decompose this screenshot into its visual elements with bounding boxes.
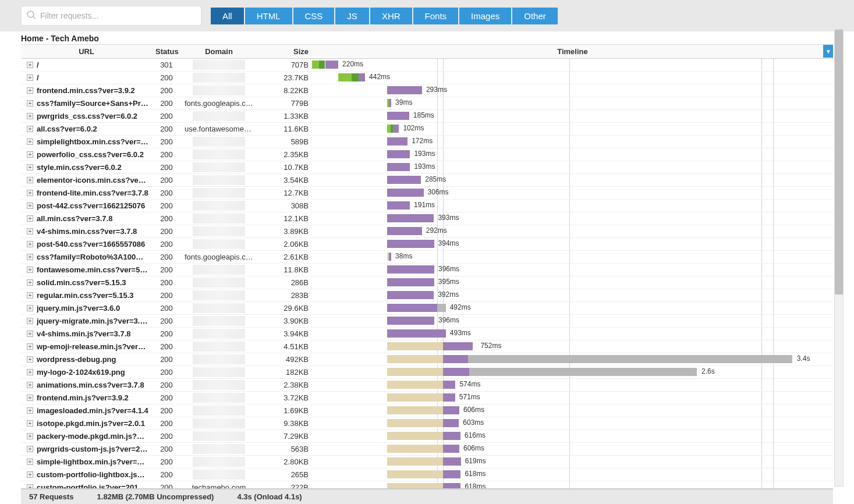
expand-icon[interactable]: + <box>27 382 33 388</box>
table-row[interactable]: +imagesloaded.min.js?ver=4.1.42001.69KB6… <box>21 404 833 417</box>
table-row[interactable]: +my-logo-2-1024x619.png200182KB2.6s <box>21 366 833 379</box>
timing-bar <box>469 368 697 376</box>
table-row[interactable]: +post-442.css?ver=1662125076200308B191ms <box>21 200 833 212</box>
table-row[interactable]: +v4-shims.min.css?ver=3.7.82003.89KB292m… <box>21 225 833 238</box>
expand-icon[interactable]: + <box>27 241 33 247</box>
expand-icon[interactable]: + <box>27 164 33 171</box>
expand-icon[interactable]: + <box>27 100 33 107</box>
url-text: style.min.css?ver=6.0.2 <box>37 163 122 172</box>
table-row[interactable]: +custom-portfolio-lightbox.js?ver…200265… <box>21 468 833 481</box>
table-row[interactable]: +elementor-icons.min.css?ver=5.…2003.54K… <box>21 174 833 187</box>
table-row[interactable]: +frontend.min.css?ver=3.9.22008.22KB293m… <box>21 84 833 97</box>
table-row[interactable]: +packery-mode.pkgd.min.js?ver=…2007.29KB… <box>21 430 833 443</box>
expand-icon[interactable]: + <box>27 215 33 222</box>
expand-icon[interactable]: + <box>27 471 33 478</box>
expand-icon[interactable]: + <box>27 254 33 260</box>
expand-icon[interactable]: + <box>27 139 33 145</box>
col-size[interactable]: Size <box>257 45 312 58</box>
filter-input[interactable] <box>37 9 196 23</box>
table-row[interactable]: +simplelightbox.min.css?ver=6.0.2200589B… <box>21 136 833 148</box>
cell-size: 3.72KB <box>257 392 312 403</box>
tab-html[interactable]: HTML <box>245 8 292 24</box>
filter-wrap[interactable] <box>21 6 201 26</box>
expand-icon[interactable]: + <box>27 279 33 286</box>
tab-fonts[interactable]: Fonts <box>413 8 459 24</box>
col-domain[interactable]: Domain <box>181 45 257 58</box>
vertical-scrollbar[interactable] <box>834 29 844 487</box>
expand-icon[interactable]: + <box>27 331 33 337</box>
expand-icon[interactable]: + <box>27 369 33 375</box>
col-url[interactable]: URL <box>21 45 152 58</box>
table-row[interactable]: +pwrgrids_css.css?ver=6.0.22001.33KB185m… <box>21 110 833 123</box>
table-row[interactable]: +animations.min.css?ver=3.7.82002.38KB57… <box>21 379 833 392</box>
cell-size: 23.7KB <box>257 72 312 83</box>
expand-icon[interactable]: + <box>27 62 33 68</box>
expand-icon[interactable]: + <box>27 87 33 94</box>
table-row[interactable]: +pwrgrids-custom-js.js?ver=2015…200563B6… <box>21 443 833 456</box>
expand-icon[interactable]: + <box>27 228 33 235</box>
expand-icon[interactable]: + <box>27 318 33 324</box>
time-label: 752ms <box>480 342 501 350</box>
expand-icon[interactable]: + <box>27 343 33 350</box>
expand-icon[interactable]: + <box>27 420 33 427</box>
tab-images[interactable]: Images <box>459 8 511 24</box>
table-row[interactable]: +jquery.min.js?ver=3.6.020029.6KB492ms <box>21 302 833 315</box>
expand-icon[interactable]: + <box>27 113 33 119</box>
cell-url: +isotope.pkgd.min.js?ver=2.0.1 <box>21 418 152 429</box>
tab-all[interactable]: All <box>211 8 244 24</box>
cell-status: 200 <box>152 277 181 288</box>
expand-icon[interactable]: + <box>27 305 33 311</box>
table-row[interactable]: +/301707B220ms <box>21 59 833 72</box>
table-row[interactable]: +css?family=Source+Sans+Pro%…200fonts.go… <box>21 97 833 110</box>
table-row[interactable]: +regular.min.css?ver=5.15.3200283B392ms <box>21 289 833 302</box>
url-text: frontend-lite.min.css?ver=3.7.8 <box>37 189 148 197</box>
cell-status: 200 <box>152 418 181 429</box>
col-timeline[interactable]: Timeline <box>312 45 833 58</box>
expand-icon[interactable]: + <box>27 177 33 183</box>
table-row[interactable]: +post-540.css?ver=16655570862002.06KB394… <box>21 238 833 251</box>
tab-other[interactable]: Other <box>512 8 558 24</box>
expand-icon[interactable]: + <box>27 433 33 439</box>
expand-icon[interactable]: + <box>27 267 33 273</box>
table-row[interactable]: +style.min.css?ver=6.0.220010.7KB193ms <box>21 161 833 174</box>
table-row[interactable]: +/20023.7KB442ms <box>21 72 833 84</box>
table-row[interactable]: +wp-emoji-release.min.js?ver=6.0.22004.5… <box>21 340 833 353</box>
table-row[interactable]: +powerfolio_css.css?ver=6.0.22002.35KB19… <box>21 148 833 161</box>
expand-icon[interactable]: + <box>27 203 33 209</box>
expand-icon[interactable]: + <box>27 446 33 452</box>
table-row[interactable]: +css?family=Roboto%3A100%2C…200fonts.goo… <box>21 251 833 264</box>
table-row[interactable]: +all.min.css?ver=3.7.820012.1KB393ms <box>21 212 833 225</box>
expand-icon[interactable]: + <box>27 151 33 158</box>
tab-js[interactable]: JS <box>335 8 369 24</box>
table-row[interactable]: +frontend.min.js?ver=3.9.22003.72KB571ms <box>21 392 833 404</box>
expand-icon[interactable]: + <box>27 292 33 299</box>
table-row[interactable]: +all.css?ver=6.0.2200use.fontawesome.com… <box>21 123 833 136</box>
grid-body[interactable]: +/301707B220ms+/20023.7KB442ms+frontend.… <box>21 59 833 504</box>
time-label: 102ms <box>403 124 424 132</box>
table-row[interactable]: +jquery-migrate.min.js?ver=3.3.22003.90K… <box>21 315 833 328</box>
expand-icon[interactable]: + <box>27 395 33 401</box>
expand-icon[interactable]: + <box>27 190 33 196</box>
cell-domain <box>181 328 257 340</box>
table-row[interactable]: +isotope.pkgd.min.js?ver=2.0.12009.38KB6… <box>21 417 833 430</box>
expand-icon[interactable]: + <box>27 74 33 81</box>
expand-icon[interactable]: + <box>27 356 33 363</box>
table-row[interactable]: +v4-shims.min.js?ver=3.7.82003.94KB493ms <box>21 328 833 340</box>
table-row[interactable]: +fontawesome.min.css?ver=5.15.320011.8KB… <box>21 264 833 276</box>
timing-bar <box>387 265 434 274</box>
tab-xhr[interactable]: XHR <box>370 8 412 24</box>
table-row[interactable]: +simple-lightbox.min.js?ver=2015…2002.80… <box>21 456 833 468</box>
time-label: 394ms <box>438 239 459 247</box>
expand-icon[interactable]: + <box>27 126 33 132</box>
expand-icon[interactable]: + <box>27 407 33 414</box>
expand-icon[interactable]: + <box>27 459 33 465</box>
url-text: all.min.css?ver=3.7.8 <box>37 214 112 223</box>
table-row[interactable]: +solid.min.css?ver=5.15.3200286B395ms <box>21 276 833 289</box>
url-text: css?family=Roboto%3A100%2C… <box>37 253 148 261</box>
tab-css[interactable]: CSS <box>293 8 335 24</box>
chevron-down-icon[interactable]: ▼ <box>823 45 833 58</box>
col-status[interactable]: Status <box>152 45 181 58</box>
table-row[interactable]: +frontend-lite.min.css?ver=3.7.820012.7K… <box>21 187 833 200</box>
table-row[interactable]: +wordpress-debug.png200492KB3.4s <box>21 353 833 366</box>
cell-timeline: 395ms <box>312 276 833 289</box>
